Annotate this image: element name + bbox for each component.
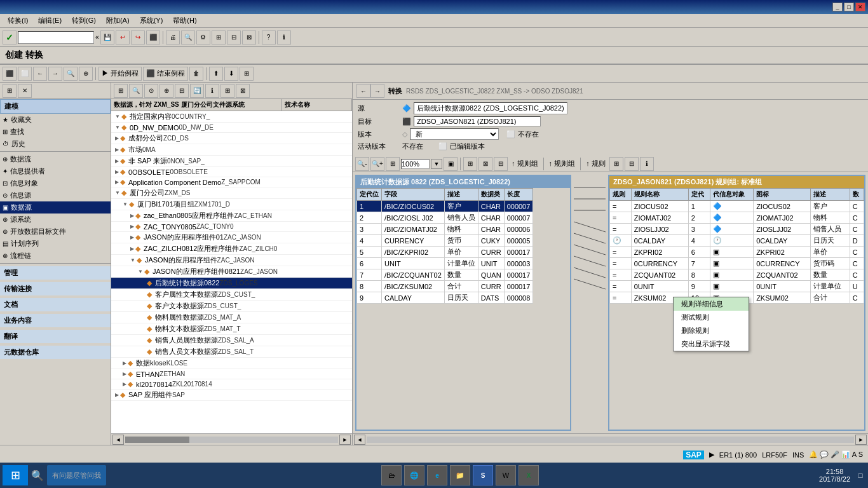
maximize-button[interactable]: □: [844, 3, 854, 11]
tree-btn3[interactable]: ⊙: [144, 84, 158, 98]
scroll-thumb[interactable]: [125, 437, 189, 443]
nav-forward[interactable]: →: [48, 67, 62, 81]
zoom-input[interactable]: [401, 159, 430, 169]
find-button[interactable]: 🔍: [181, 30, 195, 44]
rules-table-row[interactable]: = ZIOSLJJ02 3 🔷 ZIOSLJJ02 销售人员 C: [610, 224, 864, 235]
draw-btn6[interactable]: ⊟: [625, 157, 639, 171]
zoom-dropdown[interactable]: ▼: [431, 159, 442, 169]
rules-table-row[interactable]: = ZKPRI02 6 ▣ ZKPRI02 单价 C: [610, 247, 864, 258]
tree-item[interactable]: ▶ ◆ kl20170814 ZKL20170814: [111, 379, 352, 390]
taskbar-app-edge[interactable]: e: [427, 465, 447, 485]
tree-item[interactable]: ▼ ◆ 厦门BI1701项目组 ZXM1701_D: [111, 199, 352, 210]
tree-item[interactable]: ▶ ◆ ZAC_ZILCH0812应用程序组件 ZAC_ZILCH0: [111, 243, 352, 255]
print-button[interactable]: 🖨: [166, 30, 180, 44]
draw-btn3[interactable]: ⊠: [478, 157, 492, 171]
source-table-row[interactable]: 7 /BIC/ZCQUANT02 数量 QUAN 000017: [357, 269, 533, 281]
tree-item[interactable]: ▼ ◆ JASON的应用程序组件0821 ZAC_JASON: [111, 266, 352, 278]
tree-item[interactable]: ▼ ◆ 0D_NW_DEMO 0D_NW_DE: [111, 123, 352, 133]
right-scroll-right[interactable]: ►: [855, 435, 867, 445]
tree-btn6[interactable]: 🔄: [190, 84, 204, 98]
sidebar-item-dataflow[interactable]: ⊕ 数据流: [0, 153, 111, 165]
import-btn[interactable]: ⬇: [224, 67, 238, 81]
sidebar-group-admin[interactable]: 管理: [0, 266, 111, 280]
tree-item[interactable]: ▶ ◆ ETHAN ZETHAN: [111, 369, 352, 379]
conv-btn2[interactable]: →: [370, 84, 384, 98]
tree-btn9[interactable]: ⊠: [236, 84, 250, 98]
taskbar-app-chrome[interactable]: 🌐: [404, 465, 424, 485]
source-table-row[interactable]: 8 /BIC/ZKSUM02 合计 CURR 000017: [357, 281, 533, 292]
sidebar-item-processchain[interactable]: ⊗ 流程链: [0, 250, 111, 262]
sidebar-group-business[interactable]: 业务内容: [0, 314, 111, 327]
tree-item[interactable]: ▶ ◆ 成都分公司 ZCD_DS: [111, 133, 352, 144]
start-button[interactable]: ⊞: [3, 465, 28, 485]
menu-conversion[interactable]: 转换(I): [3, 15, 33, 27]
sidebar-group-doc[interactable]: 文档: [0, 298, 111, 311]
source-table-row[interactable]: 6 UNIT 计量单位 UNIT 000003: [357, 258, 533, 269]
source-table-row[interactable]: 2 /BIC/ZIOSL J02 销售人员 CHAR 000007: [357, 212, 533, 224]
taskbar-app-sap[interactable]: S: [473, 465, 493, 485]
sidebar-item-infoobject[interactable]: ⊡ 信息对象: [0, 177, 111, 189]
sidebar-group-translate[interactable]: 翻译: [0, 330, 111, 343]
taskbar-app-files[interactable]: 📁: [450, 465, 470, 485]
draw-btn4[interactable]: ⊟: [494, 157, 508, 171]
taskbar-app-word[interactable]: W: [496, 465, 516, 485]
tree-item[interactable]: ▶ ◆ 市场 0MA: [111, 144, 352, 156]
sidebar-btn2[interactable]: ✕: [18, 84, 32, 98]
undo-button[interactable]: ↩: [116, 30, 130, 44]
source-table-row[interactable]: 4 CURRENCY 货币 CUKY 000005: [357, 235, 533, 247]
tree-item[interactable]: ▶ ◆ Application Component Demo Z_SAPPCOM: [111, 177, 352, 187]
context-rule-detail[interactable]: 规则详细信息: [674, 297, 749, 311]
notification-area[interactable]: □: [855, 465, 865, 485]
sidebar-item-find[interactable]: ⊞ 查找: [0, 126, 111, 138]
search-icon[interactable]: 🔍: [28, 465, 47, 485]
menu-system[interactable]: 系统(Y): [135, 15, 168, 27]
start-example-btn[interactable]: ▶ 开始例程: [98, 67, 142, 81]
right-scroll-left[interactable]: ◄: [354, 435, 365, 445]
tb-btn3[interactable]: ⊞: [212, 30, 226, 44]
nav-btn4[interactable]: ⊕: [79, 67, 93, 81]
context-test-rule[interactable]: 测试规则: [674, 311, 749, 324]
tree-btn2[interactable]: 🔍: [129, 84, 143, 98]
tree-item[interactable]: ▼ ◆ 厦门分公司 ZXM_DS: [111, 187, 352, 199]
rules-btn[interactable]: ↑ 规则: [583, 159, 608, 168]
tree-item[interactable]: ◆ 物料属性数据源 ZDS_MAT_A: [111, 312, 352, 323]
sidebar-item-opendata[interactable]: ⊜ 开放数据目标文件: [0, 226, 111, 238]
window-controls[interactable]: _ □ ✕: [832, 3, 865, 11]
edit-rulegroup-btn[interactable]: ↑ 规则组: [546, 159, 578, 168]
end-example-btn[interactable]: ⬛ 结束例程: [143, 67, 188, 81]
menu-goto[interactable]: 转到(G): [67, 15, 101, 27]
tree-btn4[interactable]: ⊕: [159, 84, 173, 98]
sidebar-group-metadata[interactable]: 元数据仓库: [0, 346, 111, 359]
scroll-left[interactable]: ◄: [112, 435, 124, 445]
sidebar-btn1[interactable]: ⊞: [3, 84, 17, 98]
context-delete-rule[interactable]: 删除规则: [674, 324, 749, 337]
scroll-right[interactable]: ►: [339, 435, 351, 445]
nav-btn3[interactable]: 🔍: [64, 67, 78, 81]
stop-button[interactable]: ⬛: [146, 30, 160, 44]
tree-item[interactable]: ▶ ◆ JASON的应用程序组件01 ZAC_JASON: [111, 232, 352, 243]
save-button[interactable]: 💾: [100, 30, 114, 44]
export-btn[interactable]: ⬆: [209, 67, 223, 81]
tree-item[interactable]: ▼ ◆ 指定国家内容 0COUNTRY_: [111, 111, 352, 123]
tree-item[interactable]: ▶ ◆ ZAC_TONY0805 ZAC_TONY0: [111, 222, 352, 232]
tb-btn5[interactable]: ⊠: [242, 30, 256, 44]
rules-table-row[interactable]: = 0UNIT 9 ▣ 0UNIT 计量单位 U: [610, 281, 864, 292]
sidebar-item-favorites[interactable]: ★ 收藏夹: [0, 114, 111, 126]
nav-btn2[interactable]: ⬜: [18, 67, 32, 81]
tree-item[interactable]: ◆ 销售人员文本数据源 ZDS_SAL_T: [111, 346, 352, 358]
source-table-row[interactable]: 9 CALDAY 日历天 DATS 000008: [357, 292, 533, 304]
taskbar-app-excel[interactable]: X: [519, 465, 539, 485]
nav-btn1[interactable]: ⬛: [3, 67, 17, 81]
redo-button[interactable]: ↪: [131, 30, 145, 44]
help-button[interactable]: ?: [262, 30, 276, 44]
sidebar-item-planseq[interactable]: ▤ 计划序列: [0, 238, 111, 250]
tree-btn5[interactable]: ⊟: [175, 84, 189, 98]
sidebar-item-infosource[interactable]: ⊙ 信息源: [0, 189, 111, 201]
context-highlight-source[interactable]: 突出显示源字段: [674, 337, 749, 351]
tree-item[interactable]: ▶ ◆ zac_Ethan0805应用程序组件 ZAC_ETHAN: [111, 210, 352, 222]
sidebar-item-infoprovider[interactable]: ✦ 信息提供者: [0, 165, 111, 177]
menu-help[interactable]: 帮助(H): [168, 15, 201, 27]
zoom-in-btn[interactable]: 🔍+: [370, 157, 384, 171]
draw-btn7[interactable]: ℹ: [640, 157, 654, 171]
draw-btn2[interactable]: ⊞: [463, 157, 477, 171]
